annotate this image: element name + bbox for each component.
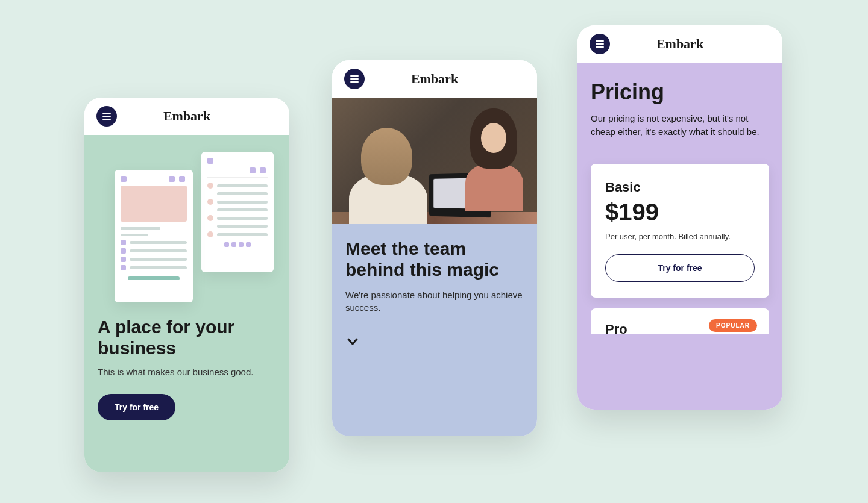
mobile-mockup-home: Embark — [84, 98, 289, 472]
plan-terms: Per user, per month. Billed annually. — [605, 232, 755, 241]
app-header: Embark — [577, 25, 782, 63]
mobile-mockup-team: Embark Meet the team behind this magic W… — [332, 60, 537, 436]
app-header: Embark — [332, 60, 537, 98]
illustration-card-back — [201, 152, 274, 272]
team-photo — [332, 98, 537, 224]
app-header: Embark — [84, 98, 289, 135]
pricing-title: Pricing — [591, 80, 769, 105]
brand-logo: Embark — [656, 36, 703, 52]
pricing-body: Pricing Our pricing is not expensive, bu… — [577, 63, 782, 410]
home-body: A place for your business This is what m… — [84, 135, 289, 472]
popular-badge: POPULAR — [709, 319, 757, 332]
hero-title: A place for your business — [98, 317, 276, 358]
chevron-down-icon — [345, 334, 360, 349]
try-free-button[interactable]: Try for free — [605, 254, 755, 282]
menu-button[interactable] — [96, 106, 117, 127]
illustration-card-front — [115, 170, 193, 302]
pricing-card-pro: Pro POPULAR — [591, 308, 769, 334]
scroll-down-button[interactable] — [345, 334, 360, 349]
plan-price: $199 — [605, 199, 755, 226]
team-body: Meet the team behind this magic We're pa… — [332, 98, 537, 436]
menu-icon — [350, 75, 359, 77]
pricing-card-basic: Basic $199 Per user, per month. Billed a… — [591, 164, 769, 298]
menu-icon — [596, 40, 604, 42]
hero-illustration — [98, 152, 276, 302]
plan-name: Basic — [605, 180, 755, 195]
menu-button[interactable] — [590, 34, 610, 54]
brand-logo: Embark — [411, 71, 458, 87]
brand-logo: Embark — [163, 108, 210, 124]
mobile-mockup-pricing: Embark Pricing Our pricing is not expens… — [577, 25, 782, 410]
try-free-button[interactable]: Try for free — [98, 394, 175, 420]
team-title: Meet the team behind this magic — [345, 239, 524, 280]
menu-button[interactable] — [344, 69, 365, 89]
hero-subtitle: This is what makes our business good. — [98, 367, 276, 377]
pricing-subtitle: Our pricing is not expensive, but it's n… — [591, 112, 769, 139]
menu-icon — [102, 113, 111, 114]
team-subtitle: We're passionate about helping you achie… — [345, 289, 524, 314]
